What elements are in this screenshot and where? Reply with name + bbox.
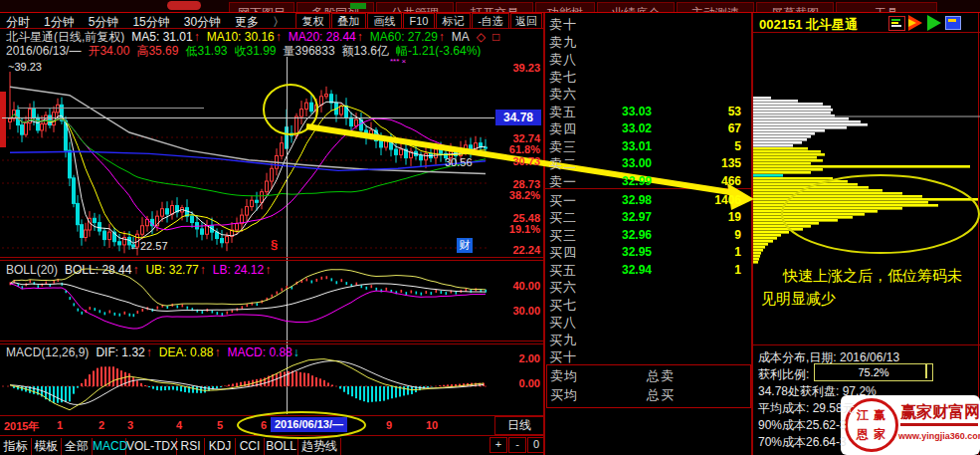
indicator-toolbar-item[interactable]: RSI	[177, 438, 205, 455]
order-book-row[interactable]: 买十	[546, 347, 751, 364]
left-edge-candle	[0, 92, 6, 147]
zoom-out-button[interactable]: -	[508, 437, 526, 453]
order-book-row[interactable]: 卖四33.0267	[546, 119, 751, 136]
indicator-toolbar-item[interactable]: KDJ	[205, 438, 236, 455]
header-token: 2016/06/13/—	[6, 44, 81, 57]
order-book-row[interactable]: 买九	[546, 331, 751, 347]
indicator-toolbar-item[interactable]: 全部	[62, 438, 93, 455]
axis-year-label: 2015年	[4, 419, 39, 434]
header-token: MA20: 28.44	[289, 30, 356, 43]
chart-button[interactable]: 复权	[295, 13, 330, 29]
order-book-row[interactable]: 买七	[546, 296, 751, 313]
cost-stat-line: 90%成本25.62-3	[758, 417, 847, 434]
header-token: MA5: 31.01	[131, 30, 192, 43]
annotation-line-2: 见明显减少	[761, 290, 836, 309]
chart-button[interactable]: F10	[403, 13, 435, 29]
low-price-label: ←22.57	[129, 240, 168, 252]
date-tick: 9	[386, 419, 392, 431]
app-window: 网下图目多股同列公共管理打开交易功能树业绩底仓主动测速屏幕截图工具 分时1分钟5…	[0, 0, 980, 455]
indicator-toolbar-item[interactable]: 指标	[0, 438, 32, 455]
indicator-toolbar-item[interactable]: 模板	[32, 438, 62, 455]
header-token: 北斗星通(日线,前复权)	[6, 30, 124, 43]
top-menu-item[interactable]: 业绩底仓	[597, 2, 675, 12]
order-book-row[interactable]: 买六	[546, 278, 751, 295]
macd-chart[interactable]	[2, 343, 494, 414]
date-tick: 3	[127, 419, 133, 431]
cost-stat-line: 70%成本26.64-3	[758, 434, 847, 451]
indicator-toolbar-item[interactable]: 趋势线	[298, 438, 341, 455]
crosshair-price-tag: 34.78	[495, 110, 541, 125]
boll-axis-label: 30.00	[496, 305, 540, 317]
cost-stat-line: 平均成本: 29.58元	[758, 400, 855, 417]
order-book-row[interactable]: 卖六	[546, 85, 751, 102]
order-book-row[interactable]: 卖二33.00135	[546, 154, 751, 171]
indicator-toolbar-item[interactable]: BOLL	[265, 438, 298, 455]
order-book-level-label: 卖八	[549, 51, 577, 69]
crosshair-horizontal	[2, 117, 494, 118]
resistance-line	[18, 108, 204, 109]
order-book-volume: 19	[728, 210, 741, 224]
indicator-toolbar-item[interactable]: VOL-TDX	[126, 438, 177, 455]
order-book-row[interactable]: 买五32.941	[546, 261, 751, 278]
chart-button[interactable]: 标记	[436, 13, 471, 29]
order-book-total-label: 总卖	[647, 367, 675, 385]
order-book-row[interactable]: 买一32.981406	[546, 191, 751, 208]
date-tick: 10	[426, 419, 438, 431]
order-book-volume: 67	[728, 121, 741, 135]
order-book-row[interactable]: 买八	[546, 313, 751, 330]
order-book-price: 32.99	[612, 174, 662, 188]
main-price-chart[interactable]	[2, 57, 494, 257]
order-book-row[interactable]: 卖一32.99466	[546, 172, 751, 189]
indicator-toolbar-item[interactable]: MACD	[93, 438, 126, 455]
order-book-level-label: 卖三	[549, 138, 577, 156]
header-token: ◇	[477, 30, 486, 43]
order-book-row[interactable]: 卖三33.015	[546, 137, 751, 154]
order-book-row[interactable]: 买二32.9719	[546, 208, 751, 225]
order-book-row[interactable]: 买三32.969	[546, 226, 751, 243]
volume-list-icon[interactable]	[888, 16, 905, 31]
header-token: MA60: 27.29	[370, 30, 438, 43]
order-book-row[interactable]: 买四32.951	[546, 243, 751, 260]
header-token: □	[492, 30, 499, 43]
top-menu-item[interactable]: 屏幕截图	[756, 2, 834, 12]
order-book-row[interactable]: 卖九	[546, 33, 751, 50]
order-book-level-label: 买五	[549, 262, 577, 280]
macd-axis-label: 0.00	[496, 377, 540, 389]
order-book-row[interactable]: 卖五33.0353	[546, 103, 751, 119]
arrow-icon[interactable]	[927, 15, 941, 31]
chart-button[interactable]: 画线	[367, 13, 402, 29]
order-book-level-label: 买七	[549, 297, 577, 315]
order-book-level-label: 买二	[549, 209, 577, 227]
order-book-level-label: 卖九	[549, 34, 577, 52]
chip-distribution-chart[interactable]	[753, 33, 980, 269]
zoom-in-button[interactable]: +	[490, 437, 507, 453]
finance-icon[interactable]: 财	[457, 238, 473, 253]
date-tick: 1	[57, 419, 63, 431]
order-book-row[interactable]: 卖八	[546, 50, 751, 67]
header-token: 额13.6亿	[342, 44, 389, 57]
boll-axis-label: 40.00	[496, 280, 540, 292]
watermark-underline	[900, 423, 978, 426]
chart-buttons: 复权叠加画线F10标记-自选返回	[0, 0, 543, 28]
top-menu-item[interactable]: 主动测速	[677, 2, 754, 12]
chart-button[interactable]: 返回	[510, 13, 542, 29]
order-book-price: 32.94	[612, 263, 662, 277]
selected-date-box[interactable]: 2016/06/13/—	[271, 417, 347, 432]
order-book-volume: 1	[734, 263, 741, 277]
order-book-level-label: 买八	[549, 314, 577, 332]
chart-button[interactable]: 叠加	[331, 13, 366, 29]
chart-button[interactable]: -自选	[472, 13, 509, 29]
indicator-toolbar-item[interactable]: CCI	[236, 438, 265, 455]
boll-chart[interactable]	[2, 261, 494, 341]
order-book-price: 32.95	[612, 245, 662, 259]
date-tick: 5	[217, 419, 223, 431]
period-label[interactable]: 日线	[494, 416, 544, 435]
top-menu-item[interactable]: 功能树	[535, 2, 595, 12]
window-icon[interactable]	[945, 16, 961, 30]
header-token: 幅-1.21(-3.64%)	[396, 44, 481, 57]
order-book-row[interactable]: 卖十	[546, 15, 751, 32]
profit-ratio-notch	[925, 364, 927, 378]
top-menu-item[interactable]: 工具	[836, 2, 937, 12]
order-book-volume: 466	[721, 174, 741, 188]
order-book-row[interactable]: 卖七	[546, 68, 751, 85]
